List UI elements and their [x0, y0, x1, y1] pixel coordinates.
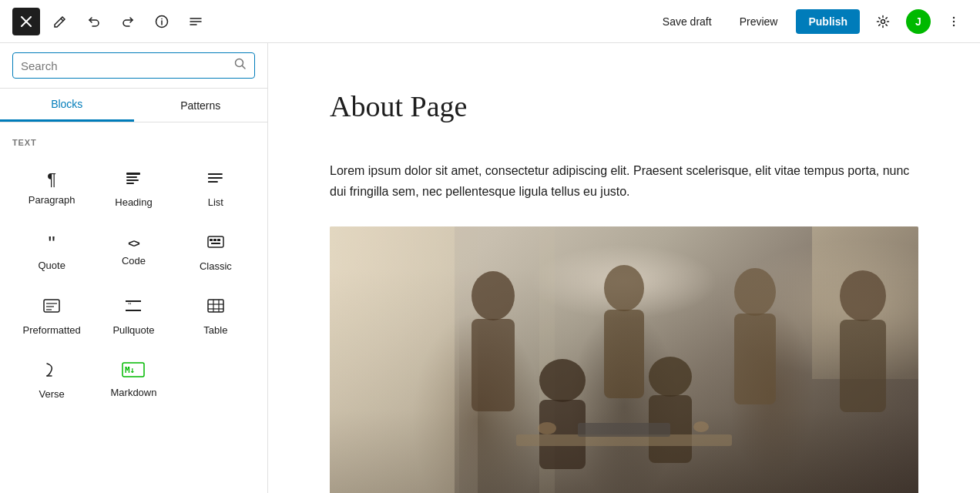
svg-point-55 — [539, 359, 586, 402]
svg-rect-26 — [213, 239, 216, 241]
svg-rect-60 — [578, 423, 670, 437]
tab-blocks[interactable]: Blocks — [0, 89, 134, 122]
topbar: Save draft Preview Publish J — [0, 0, 980, 43]
block-label-pullquote: Pullquote — [112, 324, 154, 336]
svg-text:M↓: M↓ — [125, 365, 135, 375]
tab-patterns[interactable]: Patterns — [134, 89, 268, 122]
svg-point-10 — [953, 20, 955, 22]
sidebar: Blocks Patterns TEXT ¶ Paragraph — [0, 43, 268, 493]
people-svg — [330, 226, 918, 493]
search-bar-container — [0, 43, 267, 89]
photo-simulation — [330, 226, 918, 493]
block-label-paragraph: Paragraph — [29, 194, 76, 206]
topbar-left — [12, 8, 210, 35]
save-draft-button[interactable]: Save draft — [653, 11, 721, 32]
block-item-code[interactable]: <> Code — [94, 220, 173, 281]
section-text-label: TEXT — [12, 138, 255, 147]
settings-button[interactable] — [869, 8, 897, 35]
classic-icon — [206, 233, 225, 254]
block-item-classic[interactable]: Classic — [176, 220, 255, 281]
svg-rect-44 — [330, 226, 455, 493]
svg-rect-14 — [126, 173, 140, 175]
hamburger-button[interactable] — [182, 8, 210, 35]
preview-button[interactable]: Preview — [730, 11, 787, 32]
avatar[interactable]: J — [906, 9, 931, 34]
page-body: Lorem ipsum dolor sit amet, consectetur … — [330, 160, 918, 493]
svg-rect-58 — [649, 395, 692, 463]
window-light — [330, 226, 459, 493]
svg-rect-36 — [208, 300, 223, 312]
svg-rect-22 — [208, 177, 210, 179]
block-item-preformatted[interactable]: Preformatted — [12, 284, 91, 345]
svg-point-11 — [953, 24, 955, 25]
svg-rect-46 — [539, 226, 555, 493]
code-icon: <> — [128, 238, 139, 249]
block-label-markdown: Markdown — [111, 387, 157, 398]
block-item-pullquote[interactable]: " Pullquote — [94, 284, 173, 345]
block-label-list: List — [208, 196, 223, 208]
right-window — [812, 226, 918, 379]
block-item-heading[interactable]: Heading — [94, 156, 173, 217]
markdown-icon: M↓ — [122, 362, 145, 381]
block-label-preformatted: Preformatted — [23, 324, 81, 336]
svg-rect-54 — [840, 320, 886, 412]
svg-line-13 — [243, 66, 246, 69]
search-wrapper — [12, 52, 255, 79]
svg-point-51 — [734, 268, 776, 316]
svg-rect-16 — [126, 179, 139, 181]
search-input[interactable] — [21, 59, 234, 72]
block-item-table[interactable]: Table — [176, 284, 255, 345]
info-button[interactable] — [148, 8, 176, 35]
preformatted-icon — [42, 297, 61, 318]
svg-point-53 — [840, 270, 886, 321]
svg-point-4 — [161, 18, 163, 19]
svg-rect-50 — [604, 310, 644, 398]
heading-icon — [124, 169, 143, 190]
svg-rect-27 — [217, 239, 220, 241]
svg-rect-25 — [210, 239, 213, 241]
more-options-button[interactable] — [940, 8, 968, 35]
svg-rect-29 — [44, 300, 59, 312]
block-label-code: Code — [122, 255, 146, 267]
block-item-markdown[interactable]: M↓ Markdown — [94, 348, 173, 409]
svg-rect-45 — [455, 226, 478, 493]
blocks-grid: ¶ Paragraph Heading — [12, 156, 255, 409]
svg-rect-56 — [539, 400, 586, 469]
block-label-table: Table — [203, 324, 227, 336]
svg-rect-48 — [472, 319, 515, 411]
svg-point-9 — [953, 16, 955, 18]
svg-rect-21 — [208, 173, 210, 175]
svg-point-57 — [649, 357, 692, 397]
verse-icon — [42, 361, 61, 382]
main-layout: Blocks Patterns TEXT ¶ Paragraph — [0, 43, 980, 493]
people-overlay — [330, 268, 918, 493]
edit-icon-button[interactable] — [46, 8, 74, 35]
tabs: Blocks Patterns — [0, 89, 267, 122]
publish-button[interactable]: Publish — [796, 9, 860, 34]
svg-rect-23 — [208, 181, 210, 183]
table-icon — [206, 297, 225, 318]
block-item-paragraph[interactable]: ¶ Paragraph — [12, 156, 91, 217]
page-title: About Page — [330, 89, 918, 123]
svg-point-8 — [881, 19, 885, 23]
content-area: About Page Lorem ipsum dolor sit amet, c… — [268, 43, 980, 493]
block-label-quote: Quote — [38, 260, 65, 271]
block-label-heading: Heading — [115, 196, 152, 208]
undo-button[interactable] — [80, 8, 108, 35]
pullquote-icon: " — [124, 297, 143, 318]
block-item-verse[interactable]: Verse — [12, 348, 91, 409]
search-icon — [234, 58, 247, 73]
blocks-list: TEXT ¶ Paragraph — [0, 122, 267, 493]
block-item-quote[interactable]: " Quote — [12, 220, 91, 281]
body-text: Lorem ipsum dolor sit amet, consectetur … — [330, 160, 918, 202]
topbar-right: Save draft Preview Publish J — [653, 8, 968, 35]
block-item-list[interactable]: List — [176, 156, 255, 217]
svg-rect-59 — [516, 434, 732, 446]
list-icon — [206, 169, 225, 190]
redo-button[interactable] — [114, 8, 142, 35]
svg-point-49 — [604, 265, 644, 311]
svg-point-47 — [472, 271, 515, 320]
svg-point-61 — [538, 422, 556, 434]
close-button[interactable] — [12, 8, 40, 35]
paragraph-icon: ¶ — [47, 171, 56, 188]
